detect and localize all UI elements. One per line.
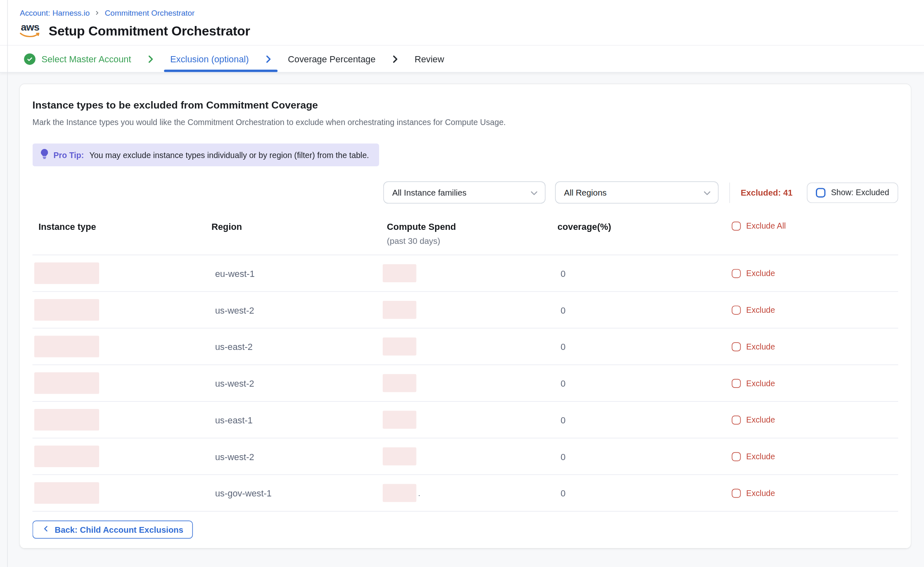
- region-cell: us-west-2: [211, 378, 383, 388]
- left-edge-divider: [7, 0, 7, 567]
- exclude-checkbox[interactable]: [732, 378, 741, 387]
- exclude-checkbox[interactable]: [732, 489, 741, 498]
- content-area: Instance types to be excluded from Commi…: [0, 73, 924, 548]
- breadcrumb-account-link[interactable]: Account: Harness.io: [20, 8, 90, 17]
- compute-spend-cell: [383, 374, 557, 392]
- col-region: Region: [211, 222, 383, 232]
- table-row: us-west-2 0 Exclude: [33, 365, 898, 402]
- panel-heading: Instance types to be excluded from Commi…: [33, 100, 898, 112]
- instance-type-cell: [33, 299, 212, 321]
- breadcrumb: Account: Harness.io Commitment Orchestra…: [20, 8, 924, 17]
- redacted-compute-spend: [383, 264, 416, 282]
- exclude-cell: Exclude: [732, 489, 898, 498]
- instance-type-cell: [33, 409, 212, 430]
- excluded-count: Excluded: 41: [741, 188, 793, 197]
- check-circle-icon: [24, 53, 36, 65]
- spend-suffix: .: [418, 489, 420, 498]
- exclude-label: Exclude: [746, 452, 775, 461]
- breadcrumb-page-link[interactable]: Commitment Orchestrator: [105, 8, 195, 17]
- col-coverage: coverage(%): [557, 222, 732, 232]
- redacted-instance-type: [34, 482, 99, 503]
- exclude-checkbox[interactable]: [732, 269, 741, 278]
- exclude-checkbox[interactable]: [732, 415, 741, 424]
- step-exclusion[interactable]: Exclusion (optional): [170, 46, 249, 72]
- redacted-instance-type: [34, 372, 99, 394]
- aws-logo: aws: [20, 22, 40, 39]
- step-label: Exclusion (optional): [170, 54, 249, 64]
- table-row: eu-west-1 0 Exclude: [33, 255, 898, 292]
- coverage-cell: 0: [557, 378, 732, 388]
- page-title: Setup Commitment Orchestrator: [49, 24, 250, 39]
- chevron-right-icon: [263, 54, 274, 64]
- redacted-instance-type: [34, 409, 99, 430]
- col-compute-spend-sub: (past 30 days): [387, 236, 557, 246]
- table-row: us-west-2 0 Exclude: [33, 438, 898, 475]
- exclude-checkbox[interactable]: [732, 342, 741, 351]
- redacted-compute-spend: [383, 447, 416, 465]
- exclude-cell: Exclude: [732, 342, 898, 351]
- redacted-instance-type: [34, 262, 99, 284]
- exclude-checkbox[interactable]: [732, 305, 741, 314]
- chevron-down-icon: [704, 188, 711, 197]
- redacted-compute-spend: [383, 484, 416, 502]
- instance-exclusion-table: Instance type Region Compute Spend (past…: [33, 222, 898, 512]
- step-review[interactable]: Review: [415, 46, 444, 72]
- exclude-label: Exclude: [746, 378, 775, 387]
- coverage-cell: 0: [557, 415, 732, 425]
- chevron-right-icon: [95, 10, 100, 16]
- instance-type-cell: [33, 262, 212, 284]
- exclude-checkbox[interactable]: [732, 452, 741, 461]
- table-row: us-east-1 0 Exclude: [33, 402, 898, 438]
- panel-subheading: Mark the Instance types you would like t…: [33, 118, 898, 127]
- exclude-label: Exclude: [746, 269, 775, 278]
- region-cell: us-east-1: [211, 415, 383, 425]
- redacted-compute-spend: [383, 338, 416, 356]
- exclude-all-checkbox[interactable]: [732, 222, 741, 231]
- col-instance-type: Instance type: [33, 222, 212, 232]
- coverage-cell: 0: [557, 305, 732, 315]
- top-bar: Account: Harness.io Commitment Orchestra…: [0, 0, 924, 45]
- step-select-master-account[interactable]: Select Master Account: [24, 46, 131, 72]
- region-cell: us-west-2: [211, 305, 383, 315]
- show-excluded-label: Show: Excluded: [831, 188, 889, 197]
- coverage-cell: 0: [557, 268, 732, 279]
- regions-select[interactable]: All Regions: [555, 181, 718, 203]
- regions-value: All Regions: [564, 188, 607, 197]
- col-exclude-all: Exclude All: [732, 222, 898, 231]
- redacted-instance-type: [34, 446, 99, 467]
- col-compute-spend: Compute Spend (past 30 days): [383, 222, 557, 246]
- step-label: Review: [415, 54, 444, 64]
- chevron-right-icon: [390, 54, 400, 64]
- coverage-cell: 0: [557, 341, 732, 352]
- region-cell: us-gov-west-1: [211, 488, 383, 498]
- lightbulb-icon: [41, 149, 48, 161]
- compute-spend-cell: [383, 338, 557, 356]
- exclude-cell: Exclude: [732, 305, 898, 314]
- step-label: Select Master Account: [41, 54, 131, 64]
- coverage-cell: 0: [557, 451, 732, 462]
- show-excluded-checkbox[interactable]: [816, 188, 825, 197]
- compute-spend-cell: [383, 301, 557, 319]
- compute-spend-cell: [383, 264, 557, 282]
- redacted-compute-spend: [383, 374, 416, 392]
- page: Account: Harness.io Commitment Orchestra…: [0, 0, 924, 567]
- exclude-label: Exclude: [746, 342, 775, 351]
- coverage-cell: 0: [557, 488, 732, 498]
- filter-row: All Instance families All Regions Exclud…: [33, 181, 898, 203]
- instance-families-select[interactable]: All Instance families: [383, 181, 545, 203]
- exclude-cell: Exclude: [732, 415, 898, 424]
- step-coverage-percentage[interactable]: Coverage Percentage: [288, 46, 375, 72]
- exclusion-panel: Instance types to be excluded from Commi…: [20, 84, 911, 548]
- pro-tip-banner: Pro Tip: You may exclude instance types …: [33, 144, 379, 166]
- pro-tip-text: You may exclude instance types individua…: [89, 151, 369, 160]
- back-button[interactable]: Back: Child Account Exclusions: [33, 521, 193, 539]
- redacted-compute-spend: [383, 301, 416, 319]
- region-cell: us-west-2: [211, 451, 383, 462]
- instance-type-cell: [33, 446, 212, 467]
- chevron-right-icon: [146, 54, 156, 64]
- exclude-label: Exclude: [746, 305, 775, 314]
- exclude-label: Exclude: [746, 415, 775, 424]
- region-cell: us-east-2: [211, 341, 383, 352]
- show-excluded-toggle[interactable]: Show: Excluded: [807, 182, 898, 203]
- col-compute-spend-title: Compute Spend: [387, 222, 557, 232]
